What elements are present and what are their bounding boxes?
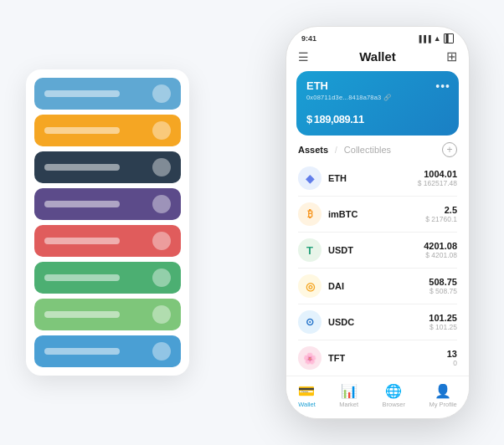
asset-icon-eth: ◆ xyxy=(298,166,321,190)
asset-left-usdt: T USDT xyxy=(298,238,353,262)
asset-icon-tft: 🌸 xyxy=(298,346,321,370)
asset-right-usdt: 4201.08 $ 4201.08 xyxy=(424,241,457,259)
asset-name-eth: ETH xyxy=(328,173,347,183)
browser-nav-icon: 🌐 xyxy=(385,383,402,399)
battery-icon: ▌ xyxy=(444,33,454,43)
eth-card[interactable]: ETH 0x08711d3e...8418a78a3 🔗 $189,089.11… xyxy=(296,71,459,136)
asset-usd-eth: $ 162517.48 xyxy=(418,179,457,187)
profile-nav-icon: 👤 xyxy=(435,383,451,399)
asset-item-eth[interactable]: ◆ ETH 1004.01 $ 162517.48 xyxy=(298,161,457,197)
asset-name-usdc: USDC xyxy=(328,317,354,327)
wallet-title: Wallet xyxy=(359,49,396,64)
scene: 9:41 ▐▐▐ ▲ ▌ ☰ Wallet ⊞ ETH 0x08711d3e..… xyxy=(18,13,486,432)
asset-left-eth: ◆ ETH xyxy=(298,166,347,190)
asset-list: ◆ ETH 1004.01 $ 162517.48 ₿ imBTC 2.5 $ … xyxy=(286,161,469,376)
asset-usd-usdc: $ 101.25 xyxy=(429,323,457,331)
add-asset-button[interactable]: + xyxy=(442,142,457,157)
card-item-3[interactable] xyxy=(34,151,181,183)
currency-symbol: $ xyxy=(306,113,312,125)
card-item-8[interactable] xyxy=(34,335,181,367)
asset-amount-tft: 13 xyxy=(447,349,457,359)
phone: 9:41 ▐▐▐ ▲ ▌ ☰ Wallet ⊞ ETH 0x08711d3e..… xyxy=(285,26,470,419)
menu-icon[interactable]: ☰ xyxy=(298,50,309,64)
card-item-6[interactable] xyxy=(34,262,181,294)
card-stack xyxy=(26,69,189,376)
card-bar-3 xyxy=(44,164,120,171)
card-bar-4 xyxy=(44,201,120,207)
asset-left-imbtc: ₿ imBTC xyxy=(298,202,357,226)
asset-amount-usdt: 4201.08 xyxy=(424,241,457,251)
bottom-nav: 💳 Wallet 📊 Market 🌐 Browser 👤 My Profile xyxy=(286,376,469,418)
card-bar-1 xyxy=(44,90,120,97)
asset-left-tft: 🌸 TFT xyxy=(298,346,345,370)
asset-name-usdt: USDT xyxy=(328,245,353,255)
eth-card-amount: $189,089.11 xyxy=(306,108,449,127)
wallet-nav-label: Wallet xyxy=(298,401,316,408)
asset-right-eth: 1004.01 $ 162517.48 xyxy=(418,169,457,187)
asset-icon-imbtc: ₿ xyxy=(298,202,321,226)
asset-item-usdc[interactable]: ⊙ USDC 101.25 $ 101.25 xyxy=(298,304,457,340)
card-bar-2 xyxy=(44,127,120,134)
card-icon-8 xyxy=(152,342,171,361)
card-bar-5 xyxy=(44,238,120,244)
asset-amount-eth: 1004.01 xyxy=(418,169,457,179)
asset-right-dai: 508.75 $ 508.75 xyxy=(429,277,457,295)
asset-item-dai[interactable]: ◎ DAI 508.75 $ 508.75 xyxy=(298,269,457,304)
card-bar-7 xyxy=(44,311,120,318)
asset-amount-usdc: 101.25 xyxy=(429,313,457,323)
asset-usd-imbtc: $ 21760.1 xyxy=(425,215,457,223)
asset-icon-usdc: ⊙ xyxy=(298,310,321,334)
nav-browser[interactable]: 🌐 Browser xyxy=(383,383,406,408)
asset-name-tft: TFT xyxy=(328,353,345,363)
card-item-5[interactable] xyxy=(34,225,181,257)
asset-icon-dai: ◎ xyxy=(298,274,321,298)
market-nav-icon: 📊 xyxy=(341,383,357,399)
asset-item-imbtc[interactable]: ₿ imBTC 2.5 $ 21760.1 xyxy=(298,197,457,233)
eth-card-address: 0x08711d3e...8418a78a3 🔗 xyxy=(306,94,449,101)
card-bar-6 xyxy=(44,274,120,281)
nav-profile[interactable]: 👤 My Profile xyxy=(429,383,456,408)
card-icon-1 xyxy=(152,84,171,103)
nav-wallet[interactable]: 💳 Wallet xyxy=(298,383,316,408)
profile-nav-label: My Profile xyxy=(429,401,456,408)
wifi-icon: ▲ xyxy=(434,34,441,43)
asset-amount-imbtc: 2.5 xyxy=(425,205,457,215)
eth-card-dots[interactable]: ••• xyxy=(435,79,450,93)
eth-amount-value: 189,089.11 xyxy=(314,113,364,125)
card-icon-3 xyxy=(152,158,171,176)
tab-assets[interactable]: Assets xyxy=(298,145,328,155)
asset-usd-dai: $ 508.75 xyxy=(429,287,457,295)
asset-left-usdc: ⊙ USDC xyxy=(298,310,354,334)
asset-right-imbtc: 2.5 $ 21760.1 xyxy=(425,205,457,223)
status-time: 9:41 xyxy=(301,34,316,43)
assets-tabs: Assets / Collectibles + xyxy=(286,142,469,157)
browser-nav-label: Browser xyxy=(383,401,406,408)
status-bar: 9:41 ▐▐▐ ▲ ▌ xyxy=(286,27,469,47)
card-item-2[interactable] xyxy=(34,115,181,146)
status-icons: ▐▐▐ ▲ ▌ xyxy=(417,33,454,43)
card-icon-4 xyxy=(152,195,171,213)
asset-amount-dai: 508.75 xyxy=(429,277,457,287)
asset-item-tft[interactable]: 🌸 TFT 13 0 xyxy=(298,340,457,376)
asset-name-imbtc: imBTC xyxy=(328,209,357,219)
asset-name-dai: DAI xyxy=(328,281,344,291)
expand-icon[interactable]: ⊞ xyxy=(446,49,457,64)
market-nav-label: Market xyxy=(339,401,358,408)
tabs-left: Assets / Collectibles xyxy=(298,145,391,155)
eth-card-title: ETH xyxy=(306,79,449,92)
asset-usd-tft: 0 xyxy=(447,359,457,367)
card-icon-2 xyxy=(152,121,171,140)
asset-usd-usdt: $ 4201.08 xyxy=(424,251,457,259)
asset-right-tft: 13 0 xyxy=(447,349,457,367)
card-item-4[interactable] xyxy=(34,188,181,220)
card-icon-7 xyxy=(152,305,171,324)
card-item-7[interactable] xyxy=(34,299,181,330)
wallet-nav-icon: 💳 xyxy=(298,383,315,399)
tab-separator: / xyxy=(335,146,337,155)
nav-market[interactable]: 📊 Market xyxy=(339,383,358,408)
tab-collectibles[interactable]: Collectibles xyxy=(344,145,391,155)
card-item-1[interactable] xyxy=(34,78,181,110)
asset-icon-usdt: T xyxy=(298,238,321,262)
asset-left-dai: ◎ DAI xyxy=(298,274,344,298)
asset-item-usdt[interactable]: T USDT 4201.08 $ 4201.08 xyxy=(298,233,457,269)
